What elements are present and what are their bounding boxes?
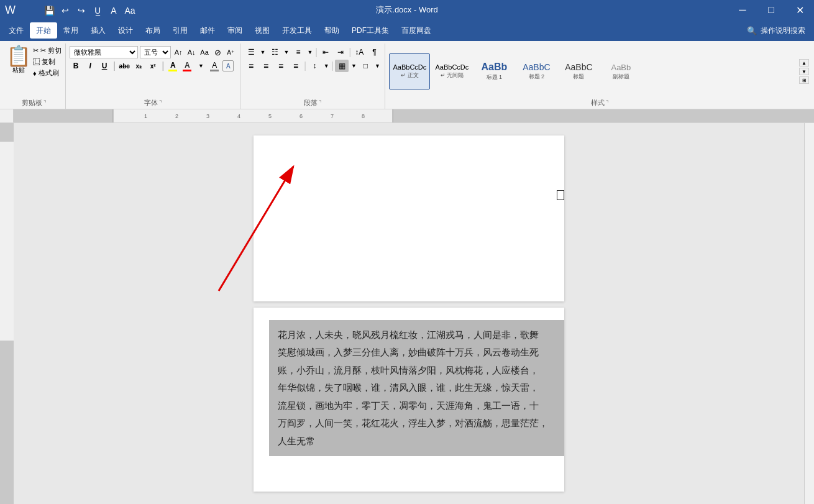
- font-size-select[interactable]: 五号: [140, 46, 171, 58]
- style-scroll-up[interactable]: ▲: [799, 59, 809, 66]
- decrease-indent-button[interactable]: ⇤: [319, 46, 332, 58]
- menu-review[interactable]: 审阅: [221, 22, 249, 39]
- menu-layout[interactable]: 布局: [139, 22, 167, 39]
- multilevel-button[interactable]: ≡: [291, 46, 305, 58]
- title-bar: W 💾 ↩ ↪ U̲ A Aa 演示.docx - Word ─ □ ✕: [0, 0, 814, 20]
- justify-button[interactable]: ≡: [289, 60, 303, 72]
- shading-button[interactable]: ▦: [335, 60, 349, 72]
- paste-button[interactable]: 📋 粘贴: [6, 46, 31, 75]
- style-subtitle-preview: AaBb: [611, 63, 631, 72]
- aa-button[interactable]: Aa: [123, 4, 137, 17]
- restore-button[interactable]: □: [757, 0, 785, 20]
- clear-format-button[interactable]: ⊘: [212, 47, 223, 58]
- document-page-1[interactable]: [254, 135, 564, 301]
- numbering-button[interactable]: ☷: [268, 46, 281, 58]
- style-heading1[interactable]: AaBb 标题 1: [473, 53, 514, 89]
- search-icon[interactable]: 🔍: [747, 26, 757, 35]
- undo-button[interactable]: ↩: [58, 4, 72, 17]
- font-shrink-button[interactable]: A↓: [186, 47, 197, 58]
- content-area[interactable]: 花月浓，人未央，晓风残月梳红妆，江湖戎马，人间是非，歌舞 笑慰倾城画，入梦三分佳…: [14, 123, 804, 504]
- selected-text-block[interactable]: 花月浓，人未央，晓风残月梳红妆，江湖戎马，人间是非，歌舞 笑慰倾城画，入梦三分佳…: [269, 320, 564, 457]
- style-scroll-down[interactable]: ▼: [799, 68, 809, 75]
- menu-common[interactable]: 常用: [57, 22, 85, 39]
- underline-button[interactable]: U: [98, 60, 111, 72]
- char-shading-button[interactable]: A: [208, 61, 221, 71]
- text-highlight-button[interactable]: A: [167, 61, 179, 71]
- style-scroll-more[interactable]: ⊞: [799, 76, 809, 84]
- styles-group: AaBbCcDc ↵ 正文 AaBbCcDc ↵ 无间隔 AaBb 标题 1 A…: [385, 44, 814, 109]
- shading-dropdown[interactable]: ▼: [350, 60, 357, 71]
- menu-pdf[interactable]: PDF工具集: [345, 22, 395, 39]
- clipboard-label: 剪贴板 ⌝: [6, 97, 62, 109]
- superscript-button[interactable]: x²: [147, 60, 159, 72]
- font-format-button[interactable]: A: [107, 4, 121, 17]
- right-sidebar: [804, 123, 814, 504]
- document-page-2[interactable]: 花月浓，人未央，晓风残月梳红妆，江湖戎马，人间是非，歌舞 笑慰倾城画，入梦三分佳…: [254, 308, 564, 492]
- style-normal[interactable]: AaBbCcDc ↵ 正文: [389, 53, 430, 89]
- strikethrough-button[interactable]: abc: [118, 60, 130, 72]
- align-left-button[interactable]: ≡: [244, 60, 258, 72]
- bullets-button[interactable]: ☰: [244, 46, 258, 58]
- line-spacing-dropdown[interactable]: ▼: [322, 60, 330, 71]
- para-row1: ☰ ▼ ☷ ▼ ≡ ▼ | ⇤ ⇥ | ↕A ¶: [244, 46, 381, 58]
- menu-references[interactable]: 引用: [167, 22, 194, 39]
- subscript-button[interactable]: x₂: [132, 60, 145, 72]
- pages-container: 花月浓，人未央，晓风残月梳红妆，江湖戎马，人间是非，歌舞 笑慰倾城画，入梦三分佳…: [254, 135, 564, 492]
- style-title[interactable]: AaBbC 标题: [558, 53, 599, 89]
- underline-quick-button[interactable]: U̲: [91, 4, 104, 17]
- menu-insert[interactable]: 插入: [85, 22, 112, 39]
- redo-button[interactable]: ↪: [75, 4, 88, 17]
- font-expand-icon[interactable]: ⌝: [159, 99, 162, 106]
- borders-button[interactable]: □: [359, 60, 372, 72]
- italic-button[interactable]: I: [84, 60, 96, 72]
- menu-design[interactable]: 设计: [112, 22, 139, 39]
- menu-baidu[interactable]: 百度网盘: [395, 22, 437, 39]
- bold-button[interactable]: B: [70, 60, 82, 72]
- format-paint-button[interactable]: ♦ 格式刷: [33, 68, 62, 78]
- sort-button[interactable]: ↕A: [352, 46, 366, 58]
- clipboard-expand-icon[interactable]: ⌝: [43, 99, 47, 106]
- font-row1: 微软雅黑 五号 A↑ A↓ Aa ⊘ A⁺: [70, 46, 236, 58]
- bullets-dropdown[interactable]: ▼: [259, 47, 267, 58]
- text-effect-button[interactable]: A: [222, 60, 234, 71]
- font-grow-button[interactable]: A↑: [173, 47, 184, 58]
- menu-help[interactable]: 帮助: [318, 22, 345, 39]
- clipboard-body: 📋 粘贴 ✂ ✂ 剪切 ⿺ 复制 ♦ 格式刷: [6, 44, 62, 97]
- style-no-spacing[interactable]: AaBbCcDc ↵ 无间隔: [431, 53, 472, 89]
- copy-button[interactable]: ⿺ 复制: [33, 57, 62, 66]
- phonetic-button[interactable]: A⁺: [225, 47, 236, 58]
- font-color-button[interactable]: A: [181, 61, 193, 71]
- align-right-button[interactable]: ≡: [274, 60, 288, 72]
- show-marks-button[interactable]: ¶: [367, 46, 381, 58]
- styles-expand-icon[interactable]: ⌝: [606, 99, 609, 106]
- change-case-button[interactable]: Aa: [199, 47, 210, 58]
- menu-developer[interactable]: 开发工具: [276, 22, 318, 39]
- align-center-button[interactable]: ≡: [259, 60, 273, 72]
- format-paint-icon: ♦: [33, 70, 37, 77]
- paragraph-expand-icon[interactable]: ⌝: [319, 99, 322, 106]
- close-button[interactable]: ✕: [785, 0, 814, 20]
- font-color-dropdown[interactable]: ▼: [195, 60, 206, 71]
- style-subtitle[interactable]: AaBb 副标题: [600, 53, 641, 89]
- menu-view[interactable]: 视图: [249, 22, 276, 39]
- increase-indent-button[interactable]: ⇥: [334, 46, 347, 58]
- minimize-button[interactable]: ─: [728, 0, 757, 20]
- char-shading-bar: [210, 70, 219, 71]
- line-spacing-button[interactable]: ↕: [308, 60, 321, 72]
- style-heading2[interactable]: AaBbC 标题 2: [516, 53, 557, 89]
- style-heading1-preview: AaBb: [481, 62, 507, 73]
- menu-home[interactable]: 开始: [30, 22, 57, 39]
- font-name-select[interactable]: 微软雅黑: [70, 46, 138, 58]
- menu-mail[interactable]: 邮件: [194, 22, 221, 39]
- numbering-dropdown[interactable]: ▼: [283, 47, 290, 58]
- multilevel-dropdown[interactable]: ▼: [306, 47, 314, 58]
- menu-file[interactable]: 文件: [2, 22, 30, 39]
- window-title: 演示.docx - Word: [376, 4, 437, 16]
- style-normal-name: ↵ 正文: [401, 71, 419, 80]
- cut-button[interactable]: ✂ ✂ 剪切: [33, 46, 62, 55]
- quick-access-toolbar: 💾 ↩ ↪ U̲ A Aa: [42, 4, 137, 17]
- borders-dropdown[interactable]: ▼: [373, 60, 381, 71]
- search-input[interactable]: 操作说明搜索: [761, 25, 805, 36]
- save-button[interactable]: 💾: [42, 4, 56, 17]
- font-color-bar: [183, 70, 191, 71]
